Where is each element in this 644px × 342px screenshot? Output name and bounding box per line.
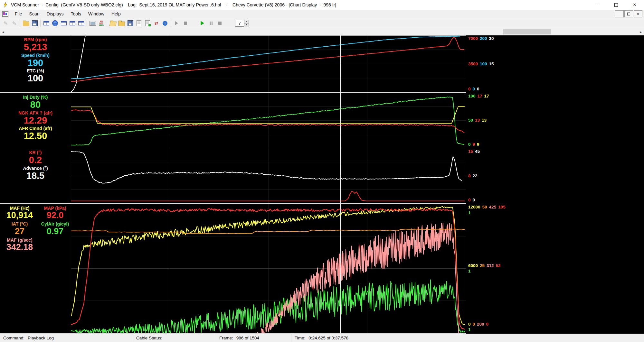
mdi-restore-button[interactable] bbox=[624, 10, 633, 17]
playback-pause-icon[interactable] bbox=[207, 19, 215, 27]
param-value: 80 bbox=[23, 100, 48, 109]
axis-bottom-labels: 00 bbox=[468, 197, 477, 203]
iat-trace bbox=[71, 229, 465, 234]
param-label: ETC (%) bbox=[27, 68, 44, 73]
save-config-icon[interactable] bbox=[30, 19, 39, 27]
playback-play-icon[interactable] bbox=[198, 19, 207, 27]
speed-trace bbox=[71, 36, 460, 79]
minimize-icon bbox=[596, 5, 599, 5]
edit-pen-2-icon-glyph: ✎ bbox=[12, 20, 16, 26]
scrollbar-thumb[interactable] bbox=[503, 29, 551, 34]
axis-value: 100 bbox=[468, 94, 476, 98]
dashboard-display-icon[interactable] bbox=[51, 19, 59, 27]
gauge-display-icon[interactable] bbox=[68, 19, 77, 27]
param-label: MAF (Hz) bbox=[6, 206, 33, 211]
edit-pen-2-icon[interactable]: ✎ bbox=[10, 19, 19, 27]
axis-value: 0 bbox=[468, 322, 471, 327]
status-frame-label: Frame: bbox=[219, 336, 233, 340]
vehicle-info-icon[interactable]: i bbox=[161, 19, 169, 27]
toolbar-sep bbox=[20, 20, 20, 27]
open-config-icon[interactable] bbox=[22, 19, 30, 27]
axis-top-labels: 1001717 bbox=[468, 93, 491, 99]
record-play-icon[interactable] bbox=[172, 19, 181, 27]
open-log-icon[interactable] bbox=[109, 19, 117, 27]
panel-3-plot[interactable] bbox=[71, 148, 466, 203]
panel-2-plot[interactable] bbox=[71, 93, 466, 148]
menu-displays[interactable]: Displays bbox=[43, 10, 67, 18]
record-play-icon-glyph bbox=[175, 21, 178, 25]
param-label: Advance (°) bbox=[23, 166, 48, 171]
mdi-restore-icon bbox=[627, 13, 630, 15]
inj-duty-trace bbox=[71, 97, 464, 145]
param-label: Inj Duty (%) bbox=[23, 95, 48, 100]
minimize-button[interactable] bbox=[588, 0, 607, 10]
menu-file[interactable]: File bbox=[11, 10, 26, 18]
status-time-label: Time: bbox=[295, 336, 305, 340]
playback-cursor[interactable] bbox=[340, 35, 341, 334]
edit-pen-icon[interactable]: ✎ bbox=[1, 19, 10, 27]
playback-play-icon-glyph bbox=[201, 21, 204, 25]
param-value: 27 bbox=[12, 227, 28, 236]
panel-1-plot[interactable] bbox=[71, 35, 466, 92]
param-speed: Speed (km/h) 190 bbox=[21, 53, 50, 68]
rpm-trace bbox=[71, 38, 464, 82]
axis-value: 425 bbox=[489, 205, 497, 209]
labels-plot-divider bbox=[71, 35, 71, 334]
export-log-icon[interactable] bbox=[143, 19, 152, 27]
menu-help[interactable]: Help bbox=[108, 10, 124, 18]
status-command-label: Command: bbox=[3, 336, 24, 340]
mdi-minimize-button[interactable] bbox=[615, 10, 624, 17]
table-display-icon[interactable] bbox=[42, 19, 51, 27]
panel-4-plot[interactable] bbox=[71, 204, 466, 333]
scroll-right-arrow[interactable]: ► bbox=[638, 28, 644, 35]
save-log-icon-glyph bbox=[128, 20, 133, 26]
menu-scan[interactable]: Scan bbox=[26, 10, 43, 18]
axis-value: 0 bbox=[473, 87, 475, 91]
axis-value: 15 bbox=[468, 149, 473, 154]
status-command: Command: Playback Log bbox=[0, 334, 133, 342]
status-time-value: 0:24.625 of 0:37.578 bbox=[308, 336, 348, 340]
param-value: 18.5 bbox=[23, 171, 48, 180]
mdi-window-buttons: × bbox=[615, 10, 642, 17]
chart-display-icon[interactable] bbox=[59, 19, 68, 27]
spin-up-button[interactable]: ▲ bbox=[244, 20, 249, 23]
param-map: MAP (kPa) 92.0 bbox=[44, 206, 66, 220]
frame-step-spinner[interactable]: 7▲▼ bbox=[232, 19, 249, 27]
spin-down-button[interactable]: ▼ bbox=[244, 23, 249, 26]
axis-value: 6000 bbox=[468, 263, 478, 268]
param-label: KR (°) bbox=[29, 150, 42, 155]
scroll-left-arrow[interactable]: ◄ bbox=[0, 28, 6, 35]
output-toggle-icon[interactable]: BNOFF100% bbox=[97, 19, 106, 27]
horizontal-scrollbar[interactable]: ◄ ► bbox=[0, 28, 644, 35]
panel-4-chart bbox=[71, 204, 466, 333]
restore-button[interactable] bbox=[607, 0, 625, 10]
log-details-icon[interactable] bbox=[135, 19, 143, 27]
dashboard-display-icon-glyph bbox=[52, 20, 58, 26]
frame-step-value[interactable]: 7 bbox=[235, 20, 244, 27]
menu-tools[interactable]: Tools bbox=[67, 10, 85, 18]
app-lightning-icon bbox=[3, 2, 8, 8]
panel-divider bbox=[0, 203, 466, 204]
close-log-icon[interactable] bbox=[117, 19, 126, 27]
table-display-icon-glyph bbox=[43, 21, 49, 25]
close-button[interactable]: × bbox=[625, 0, 644, 10]
param-label: IAT (°C) bbox=[12, 221, 28, 226]
resync-icon[interactable]: ⇄ bbox=[152, 19, 161, 27]
param-kr: KR (°) 0.2 bbox=[29, 150, 42, 165]
dtc-display-icon[interactable] bbox=[77, 19, 85, 27]
axis-value: 22 bbox=[473, 173, 478, 178]
menu-window[interactable]: Window bbox=[85, 10, 108, 18]
mdi-close-button[interactable]: × bbox=[634, 10, 642, 17]
param-value: 92.0 bbox=[44, 211, 66, 220]
param-value: 0.97 bbox=[41, 227, 69, 236]
record-stop-icon-glyph bbox=[184, 22, 187, 25]
save-log-icon[interactable] bbox=[126, 19, 135, 27]
chart-panel-injduty-afr: Inj Duty (%) 80 NGK AFX ? (afr) 12.29 AF… bbox=[0, 93, 644, 148]
screen-capture-icon[interactable] bbox=[88, 19, 97, 27]
axis-mid-labels: 350010015 bbox=[468, 61, 496, 67]
axis-value: 8 bbox=[468, 173, 471, 178]
record-stop-icon[interactable] bbox=[181, 19, 190, 27]
playback-stop-icon[interactable] bbox=[215, 19, 224, 27]
toolbar-sep bbox=[107, 20, 107, 27]
playback-stop-icon-glyph bbox=[218, 22, 222, 25]
